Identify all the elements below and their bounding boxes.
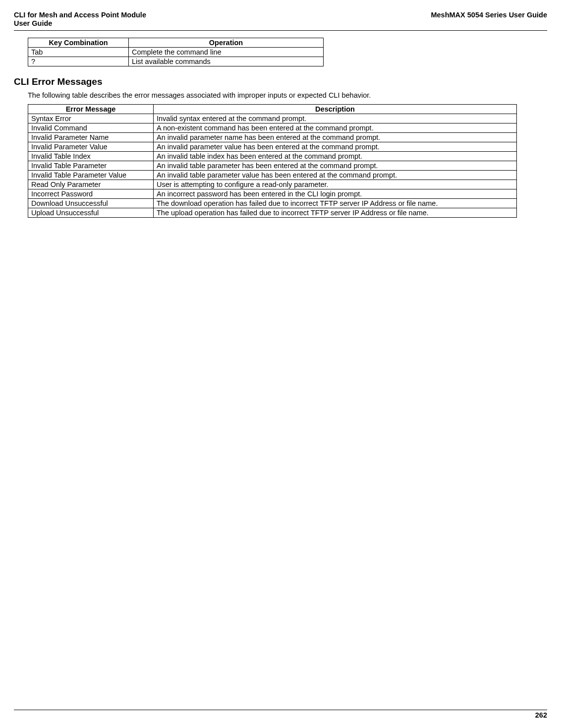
table-row: Upload UnsuccessfulThe upload operation … [28,208,517,217]
col-header-key: Key Combination [28,38,129,47]
col-header-description: Description [154,104,517,114]
cell-error: Invalid Command [28,123,154,132]
cell-error: Invalid Table Index [28,151,154,161]
table-row: Read Only ParameterUser is attempting to… [28,180,517,189]
header-left: CLI for Mesh and Access Point Module Use… [14,11,146,28]
cell-desc: An invalid parameter value has been ente… [154,142,517,151]
key-combination-table: Key Combination Operation Tab Complete t… [28,38,324,66]
cell-key: ? [28,57,129,66]
cell-op: List available commands [129,57,324,66]
page-header: CLI for Mesh and Access Point Module Use… [14,11,547,28]
table-header-row: Key Combination Operation [28,38,324,47]
cell-desc: User is attempting to configure a read-o… [154,180,517,189]
header-right: MeshMAX 5054 Series User Guide [431,11,547,19]
cell-desc: The upload operation has failed due to i… [154,208,517,217]
header-left-line2: User Guide [14,19,52,27]
cell-desc: An invalid table index has been entered … [154,151,517,161]
col-header-error: Error Message [28,104,154,114]
cell-op: Complete the command line [129,47,324,57]
cell-desc: The download operation has failed due to… [154,198,517,208]
cell-desc: Invalid syntax entered at the command pr… [154,114,517,123]
table-row: Invalid CommandA non-existent command ha… [28,123,517,132]
page-number: 262 [14,711,547,719]
table-row: Invalid Table Parameter ValueAn invalid … [28,170,517,180]
cell-error: Syntax Error [28,114,154,123]
table-row: Incorrect PasswordAn incorrect password … [28,189,517,198]
cell-desc: An invalid table parameter value has bee… [154,170,517,180]
table-row: ? List available commands [28,57,324,66]
cell-desc: An invalid parameter name has been enter… [154,132,517,142]
section-intro: The following table describes the error … [28,91,547,99]
table-header-row: Error Message Description [28,104,517,114]
cell-error: Invalid Parameter Name [28,132,154,142]
cell-error: Incorrect Password [28,189,154,198]
section-heading: CLI Error Messages [14,76,547,87]
table-row: Invalid Table ParameterAn invalid table … [28,161,517,170]
cell-error: Download Unsuccessful [28,198,154,208]
cell-desc: An invalid table parameter has been ente… [154,161,517,170]
table-row: Syntax ErrorInvalid syntax entered at th… [28,114,517,123]
cell-key: Tab [28,47,129,57]
table-row: Invalid Parameter ValueAn invalid parame… [28,142,517,151]
cell-error: Read Only Parameter [28,180,154,189]
cell-error: Invalid Table Parameter [28,161,154,170]
header-left-line1: CLI for Mesh and Access Point Module [14,11,146,19]
table-row: Tab Complete the command line [28,47,324,57]
col-header-operation: Operation [129,38,324,47]
cell-error: Invalid Table Parameter Value [28,170,154,180]
error-messages-table: Error Message Description Syntax ErrorIn… [28,104,517,218]
page-footer: 262 [14,710,547,719]
cell-desc: A non-existent command has been entered … [154,123,517,132]
table-row: Invalid Parameter NameAn invalid paramet… [28,132,517,142]
header-rule [14,30,547,31]
table-row: Download UnsuccessfulThe download operat… [28,198,517,208]
footer-rule [14,710,547,710]
cell-error: Upload Unsuccessful [28,208,154,217]
cell-desc: An incorrect password has been entered i… [154,189,517,198]
table-row: Invalid Table IndexAn invalid table inde… [28,151,517,161]
cell-error: Invalid Parameter Value [28,142,154,151]
